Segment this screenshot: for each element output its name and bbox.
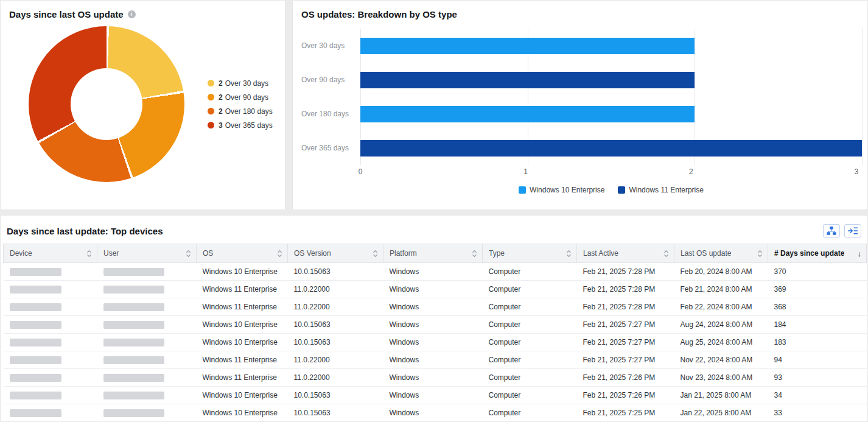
legend-label: Over 30 days (225, 79, 268, 88)
redacted-value (103, 268, 164, 276)
cell-days-since-update: 184 (768, 316, 867, 334)
table-row[interactable]: Windows 10 Enterprise10.0.15063WindowsCo… (4, 334, 867, 351)
sort-desc-icon[interactable]: ↓ (858, 249, 862, 258)
column-label: Last Active (583, 249, 618, 258)
cell-type: Computer (483, 387, 577, 404)
table-row[interactable]: Windows 11 Enterprise11.0.22000WindowsCo… (4, 351, 867, 369)
legend-item-over-365-days[interactable]: 3Over 365 days (208, 121, 273, 130)
table-header: DeviceUserOSOS VersionPlatformTypeLast A… (4, 244, 867, 263)
cell-days-since-update: 368 (768, 298, 867, 316)
bar-over-90-days[interactable] (360, 72, 695, 88)
table-row[interactable]: Windows 10 Enterprise10.0.15063WindowsCo… (4, 387, 867, 404)
bar-over-180-days[interactable] (360, 106, 695, 122)
table-row[interactable]: Windows 10 Enterprise10.0.15063WindowsCo… (4, 404, 867, 422)
cell-platform: Windows (383, 387, 483, 404)
sort-icon[interactable] (373, 250, 378, 258)
cell-os: Windows 11 Enterprise (197, 369, 288, 387)
cell-last-active: Feb 21, 2025 7:26 PM (577, 387, 674, 404)
panel-os-breakdown: OS updates: Breakdown by OS type Over 30… (292, 0, 868, 210)
legend-label: Over 365 days (225, 121, 273, 130)
cell-user (97, 387, 197, 404)
redacted-value (10, 392, 61, 399)
legend-dot (208, 80, 214, 86)
cell-last-active: Feb 21, 2025 7:27 PM (577, 351, 674, 369)
legend-item-windows-11-enterprise[interactable]: Windows 11 Enterprise (618, 186, 704, 194)
legend-label: Over 180 days (225, 107, 273, 116)
legend-dot (208, 94, 214, 100)
legend-item-over-180-days[interactable]: 2Over 180 days (208, 107, 273, 116)
sort-icon[interactable] (472, 250, 477, 258)
bar-over-365-days[interactable] (360, 140, 862, 156)
column-header-os[interactable]: OS (197, 244, 288, 263)
redacted-value (10, 303, 61, 311)
column-label: OS Version (294, 249, 331, 258)
cell-device (4, 334, 97, 351)
column-header-user[interactable]: User (97, 244, 197, 263)
bar-chart: Over 30 daysOver 90 daysOver 180 daysOve… (301, 29, 862, 165)
column-header-type[interactable]: Type (483, 244, 577, 263)
table-row[interactable]: Windows 11 Enterprise11.0.22000WindowsCo… (4, 281, 867, 298)
bar-over-30-days[interactable] (360, 38, 695, 54)
cell-type: Computer (483, 334, 577, 351)
cell-last-active: Feb 21, 2025 7:27 PM (577, 316, 674, 334)
sort-icon[interactable] (566, 250, 572, 258)
cell-user (97, 369, 197, 387)
table-row[interactable]: Windows 11 Enterprise11.0.22000WindowsCo… (4, 298, 867, 316)
sort-icon[interactable] (277, 250, 282, 258)
donut-legend: 2Over 30 days2Over 90 days2Over 180 days… (208, 79, 273, 130)
cell-last-active: Feb 21, 2025 7:28 PM (577, 281, 674, 298)
cell-type: Computer (483, 351, 577, 369)
column-header-device[interactable]: Device (4, 244, 97, 263)
cell-days-since-update: 183 (768, 334, 867, 351)
cell-platform: Windows (383, 351, 483, 369)
cell-os: Windows 10 Enterprise (197, 404, 288, 422)
cell-os-version: 11.0.22000 (288, 298, 383, 316)
cell-os: Windows 10 Enterprise (197, 263, 288, 281)
table-title: Days since last update: Top devices (7, 226, 163, 236)
legend-item-windows-10-enterprise[interactable]: Windows 10 Enterprise (519, 186, 604, 194)
cell-days-since-update: 370 (768, 263, 867, 281)
cell-user (97, 281, 197, 298)
cell-platform: Windows (383, 369, 483, 387)
devices-table: DeviceUserOSOS VersionPlatformTypeLast A… (3, 244, 867, 422)
cell-platform: Windows (383, 316, 483, 334)
table-row[interactable]: Windows 10 Enterprise10.0.15063WindowsCo… (4, 263, 867, 281)
legend-item-over-30-days[interactable]: 2Over 30 days (208, 79, 273, 88)
table-toolbar (823, 224, 861, 237)
column-header-platform[interactable]: Platform (383, 244, 483, 263)
legend-item-over-90-days[interactable]: 2Over 90 days (208, 93, 273, 102)
info-icon[interactable]: i (128, 10, 136, 18)
table-row[interactable]: Windows 11 Enterprise11.0.22000WindowsCo… (4, 369, 867, 387)
sort-icon[interactable] (757, 250, 763, 258)
sort-icon[interactable] (663, 250, 669, 258)
dashboard: Days since last OS update i 2Over 30 day… (0, 0, 868, 422)
legend-label: Windows 10 Enterprise (530, 186, 604, 194)
open-in-button[interactable] (844, 224, 861, 237)
donut-chart-area: 2Over 30 days2Over 90 days2Over 180 days… (9, 26, 276, 182)
cell-platform: Windows (383, 298, 483, 316)
sort-icon[interactable] (186, 250, 191, 258)
gridline (862, 29, 863, 165)
x-tick-label: 3 (855, 167, 859, 176)
column-header-days-since-update[interactable]: # Days since update↓ (768, 244, 867, 263)
legend-value: 3 (219, 121, 223, 130)
table-row[interactable]: Windows 10 Enterprise10.0.15063WindowsCo… (4, 316, 867, 334)
table-header-row: DeviceUserOSOS VersionPlatformTypeLast A… (4, 244, 867, 263)
column-header-last-os-update[interactable]: Last OS update (674, 244, 768, 263)
cell-last-os-update: Nov 23, 2024 8:00 AM (674, 369, 768, 387)
cell-os-version: 10.0.15063 (288, 387, 383, 404)
table-body: Windows 10 Enterprise10.0.15063WindowsCo… (4, 263, 867, 422)
bar-legend: Windows 10 EnterpriseWindows 11 Enterpri… (360, 186, 862, 194)
hierarchy-button[interactable] (823, 224, 840, 237)
column-header-last-active[interactable]: Last Active (577, 244, 674, 263)
cell-os-version: 10.0.15063 (288, 263, 383, 281)
cell-days-since-update: 34 (768, 387, 867, 404)
donut-chart[interactable] (29, 26, 184, 182)
sort-icon[interactable] (86, 250, 92, 258)
category-label: Over 365 days (301, 131, 360, 165)
cell-os: Windows 10 Enterprise (197, 387, 288, 404)
cell-platform: Windows (383, 404, 483, 422)
bar-row (360, 63, 862, 97)
cell-last-os-update: Feb 21, 2024 8:00 AM (674, 281, 768, 298)
column-header-os-version[interactable]: OS Version (288, 244, 383, 263)
